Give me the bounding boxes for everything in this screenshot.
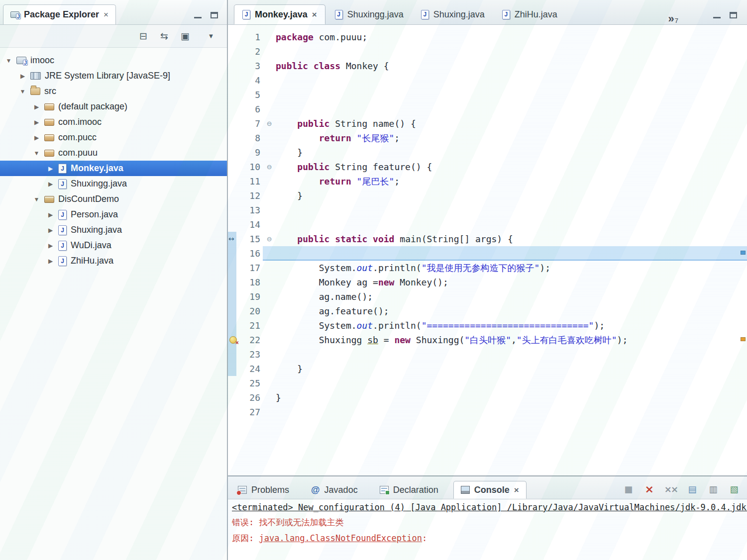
link-with-editor-icon[interactable]: ⇆	[156, 29, 172, 44]
clear-console-icon[interactable]: ▤	[686, 483, 698, 495]
code-line-19[interactable]: 19 ag.name();	[228, 289, 747, 304]
view-tab-javadoc[interactable]: @Javadoc	[304, 481, 365, 499]
tree-item-monkey-java[interactable]: ▶Monkey.java	[0, 161, 227, 176]
quickfix-error-marker-icon[interactable]: ×	[229, 336, 237, 344]
code-line-2[interactable]: 2	[228, 44, 747, 59]
code-line-24[interactable]: 24 }	[228, 362, 747, 376]
code-text: public String feature() {	[276, 160, 747, 174]
code-line-15[interactable]: ↔15⊖ public static void main(String[] ar…	[228, 232, 747, 246]
code-line-6[interactable]: 6	[228, 102, 747, 116]
expand-arrow-icon[interactable]: ▶	[47, 227, 54, 234]
tree-item-com-imooc[interactable]: ▶com.imooc	[0, 114, 227, 130]
code-line-25[interactable]: 25	[228, 376, 747, 390]
overview-ruler-mark[interactable]	[741, 337, 746, 341]
code-line-16[interactable]: 16	[228, 246, 747, 261]
code-line-9[interactable]: 9 }	[228, 145, 747, 160]
tree-item-com-pucc[interactable]: ▶com.pucc	[0, 130, 227, 145]
code-line-14[interactable]: 14	[228, 217, 747, 232]
expand-arrow-icon[interactable]: ▶	[47, 242, 54, 249]
collapse-all-icon[interactable]: ⊟	[135, 29, 151, 44]
remove-all-launches-icon[interactable]: ××	[664, 483, 677, 495]
code-line-22[interactable]: ×22 Shuxingg sb = new Shuxingg("白头叶猴","头…	[228, 333, 747, 347]
console-output[interactable]: <terminated> New_configuration (4) [Java…	[228, 499, 747, 560]
code-line-3[interactable]: 3public class Monkey {	[228, 59, 747, 73]
tree-item-src[interactable]: ▼src	[0, 84, 227, 99]
expand-arrow-icon[interactable]: ▶	[47, 181, 54, 187]
view-tab-declaration[interactable]: Declaration	[373, 481, 445, 499]
code-token: public	[276, 61, 308, 71]
code-editor[interactable]: 1package com.puuu;23public class Monkey …	[228, 25, 747, 475]
code-line-13[interactable]: 13	[228, 203, 747, 217]
tree-item-com-puuu[interactable]: ▼com.puuu	[0, 145, 227, 161]
editor-tab-shuxingg-java[interactable]: Shuxingg.java	[327, 4, 412, 24]
expand-arrow-icon[interactable]: ▶	[19, 73, 26, 80]
package-explorer-tab[interactable]: Package Explorer ×	[3, 4, 116, 24]
tree-item-shuxing-java[interactable]: ▶Shuxing.java	[0, 222, 227, 238]
editor-tab-zhihu-java[interactable]: ZhiHu.java	[494, 4, 565, 24]
collapse-arrow-icon[interactable]: ▼	[33, 150, 40, 157]
line-number: 4	[242, 73, 263, 88]
code-line-23[interactable]: 23	[228, 347, 747, 362]
code-line-20[interactable]: 20 ag.feature();	[228, 304, 747, 318]
maximize-icon[interactable]	[211, 12, 218, 18]
exception-link[interactable]: java.lang.ClassNotFoundException	[259, 533, 422, 543]
code-line-21[interactable]: 21 System.out.println("=================…	[228, 318, 747, 333]
fold-collapse-icon[interactable]: ⊖	[263, 232, 276, 246]
code-lines: 1package com.puuu;23public class Monkey …	[228, 25, 747, 419]
fold-collapse-icon[interactable]: ⊖	[263, 160, 276, 174]
expand-arrow-icon[interactable]: ▶	[33, 119, 40, 126]
code-line-26[interactable]: 26}	[228, 390, 747, 405]
eclipse-workbench: Package Explorer × ⊟⇆▣▼ ▼imooc▶JRE Syste…	[0, 0, 747, 560]
close-tab-icon[interactable]: ×	[514, 486, 519, 494]
tree-item-person-java[interactable]: ▶Person.java	[0, 207, 227, 222]
code-line-11[interactable]: 11 return "尾巴长";	[228, 174, 747, 188]
line-number: 6	[242, 102, 263, 116]
tree-item-discountdemo[interactable]: ▼DisCountDemo	[0, 191, 227, 207]
expand-arrow-icon[interactable]: ▶	[33, 134, 40, 141]
code-text: System.out.println("我是使用无参构造下的猴子");	[276, 261, 747, 275]
view-tab-console[interactable]: Console×	[453, 481, 527, 499]
terminate-icon[interactable]: ■	[623, 483, 635, 495]
scroll-lock-icon[interactable]: ▥	[707, 483, 719, 495]
editor-tab-shuxing-java[interactable]: Shuxing.java	[413, 4, 493, 24]
code-line-27[interactable]: 27	[228, 405, 747, 419]
tree-item-wudi-java[interactable]: ▶WuDi.java	[0, 238, 227, 253]
expand-arrow-icon[interactable]: ▶	[47, 211, 54, 218]
code-line-5[interactable]: 5	[228, 88, 747, 102]
code-line-8[interactable]: 8 return "长尾猴";	[228, 131, 747, 145]
minimize-icon[interactable]	[194, 12, 202, 18]
collapse-arrow-icon[interactable]: ▼	[19, 88, 26, 95]
tree-item-zhihu-java[interactable]: ▶ZhiHu.java	[0, 253, 227, 269]
close-view-icon[interactable]: ×	[104, 10, 108, 19]
editor-tab-monkey-java[interactable]: Monkey.java×	[234, 4, 325, 24]
fold-collapse-icon[interactable]: ⊖	[263, 116, 276, 131]
expand-arrow-icon[interactable]: ▶	[47, 258, 54, 265]
close-tab-icon[interactable]: ×	[312, 10, 317, 19]
tab-overflow-button[interactable]: » 7	[668, 13, 678, 24]
tree-item-shuxingg-java[interactable]: ▶Shuxingg.java	[0, 176, 227, 191]
focus-view-icon[interactable]: ▣	[177, 29, 193, 44]
code-line-1[interactable]: 1package com.puuu;	[228, 30, 747, 44]
view-tab-problems[interactable]: Problems	[231, 481, 296, 499]
view-menu-icon[interactable]: ▼	[203, 29, 219, 44]
maximize-icon[interactable]	[730, 12, 737, 18]
open-console-icon[interactable]: ▧	[728, 483, 740, 495]
remove-launch-icon[interactable]: ×	[643, 483, 655, 495]
fold-spacer	[263, 188, 276, 203]
expand-arrow-icon[interactable]: ▶	[33, 103, 40, 110]
expand-arrow-icon[interactable]: ▶	[47, 165, 54, 172]
collapse-arrow-icon[interactable]: ▼	[33, 196, 40, 203]
tree-item-imooc[interactable]: ▼imooc	[0, 53, 227, 68]
code-line-18[interactable]: 18 Monkey ag =new Monkey();	[228, 275, 747, 289]
code-line-10[interactable]: 10⊖ public String feature() {	[228, 160, 747, 174]
collapse-arrow-icon[interactable]: ▼	[5, 57, 12, 64]
tree-item-jre-system-library-javase-9[interactable]: ▶JRE System Library [JavaSE-9]	[0, 68, 227, 84]
gutter-cell	[228, 73, 242, 88]
code-line-12[interactable]: 12 }	[228, 188, 747, 203]
tree-item-default-package[interactable]: ▶(default package)	[0, 99, 227, 114]
minimize-icon[interactable]	[713, 12, 721, 18]
code-line-17[interactable]: 17 System.out.println("我是使用无参构造下的猴子");	[228, 261, 747, 275]
code-line-4[interactable]: 4	[228, 73, 747, 88]
overview-ruler-mark[interactable]	[741, 251, 746, 255]
code-line-7[interactable]: 7⊖ public String name() {	[228, 116, 747, 131]
